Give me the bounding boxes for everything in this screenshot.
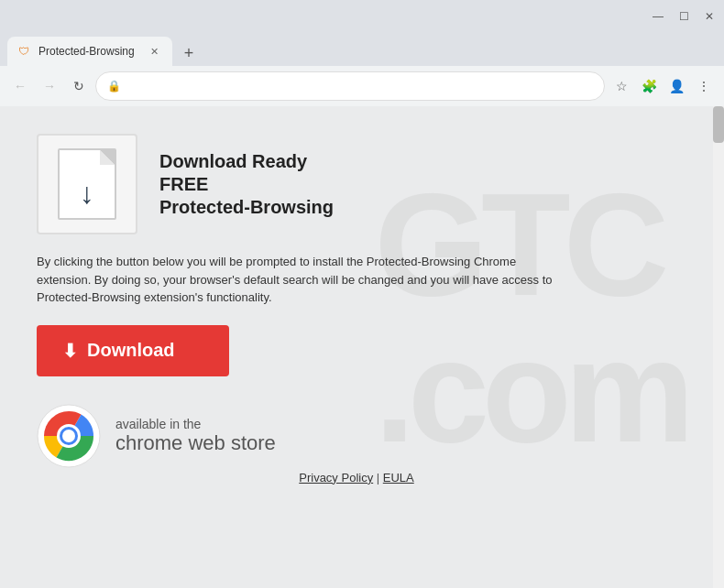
product-ready-label: Download Ready (159, 151, 334, 172)
product-header: ↓ Download Ready FREE Protected-Browsing (37, 134, 687, 234)
profile-button[interactable]: 👤 (664, 73, 689, 99)
maximize-button[interactable]: ☐ (676, 9, 691, 24)
footer: Privacy Policy | EULA (0, 471, 713, 485)
lock-icon: 🔒 (107, 80, 121, 93)
description-text: By clicking the button below you will be… (37, 253, 568, 307)
download-button-label: Download (87, 340, 175, 361)
menu-button[interactable]: ⋮ (691, 73, 717, 99)
minimize-button[interactable]: — (651, 9, 665, 24)
chrome-store-section: available in the chrome web store (37, 404, 687, 468)
extensions-button[interactable]: 🧩 (636, 73, 662, 99)
tab-favicon-icon: 🛡 (18, 45, 31, 58)
eula-link[interactable]: EULA (383, 471, 414, 485)
product-free-label: FREE (159, 174, 334, 195)
window-controls: — ☐ ✕ (651, 9, 717, 24)
download-button[interactable]: ⬇ Download (37, 325, 229, 376)
store-name-label: chrome web store (115, 431, 276, 455)
product-name-label: Protected-Browsing (159, 197, 334, 218)
address-bar[interactable]: 🔒 (95, 71, 605, 101)
nav-bar: ← → ↻ 🔒 ☆ 🧩 👤 ⋮ (0, 66, 724, 106)
product-info: Download Ready FREE Protected-Browsing (159, 151, 334, 218)
tab-title: Protected-Browsing (38, 45, 139, 58)
back-button[interactable]: ← (7, 73, 33, 99)
tab-close-button[interactable]: ✕ (147, 44, 161, 59)
download-button-icon: ⬇ (62, 340, 78, 362)
title-bar: — ☐ ✕ (0, 0, 724, 33)
forward-button[interactable]: → (37, 73, 62, 99)
page-content: GTC.com ↓ Download Ready FREE Protected-… (0, 106, 724, 588)
reload-button[interactable]: ↻ (66, 73, 92, 99)
browser-chrome: — ☐ ✕ 🛡 Protected-Browsing ✕ + ← → ↻ 🔒 ☆… (0, 0, 724, 106)
footer-separator: | (373, 471, 383, 485)
download-arrow-icon: ↓ (80, 177, 94, 211)
svg-point-3 (62, 430, 75, 442)
privacy-policy-link[interactable]: Privacy Policy (299, 471, 373, 485)
chrome-store-icon (37, 404, 101, 468)
close-button[interactable]: ✕ (702, 9, 717, 24)
tab-bar: 🛡 Protected-Browsing ✕ + (0, 33, 724, 66)
bookmark-button[interactable]: ☆ (609, 73, 634, 99)
main-container: ↓ Download Ready FREE Protected-Browsing… (0, 106, 724, 495)
active-tab[interactable]: 🛡 Protected-Browsing ✕ (7, 37, 172, 66)
new-tab-button[interactable]: + (176, 40, 202, 66)
document-icon: ↓ (58, 148, 116, 220)
available-in-label: available in the (115, 417, 276, 431)
product-icon: ↓ (37, 134, 137, 234)
chrome-store-text: available in the chrome web store (115, 417, 276, 455)
nav-actions: ☆ 🧩 👤 ⋮ (609, 73, 717, 99)
